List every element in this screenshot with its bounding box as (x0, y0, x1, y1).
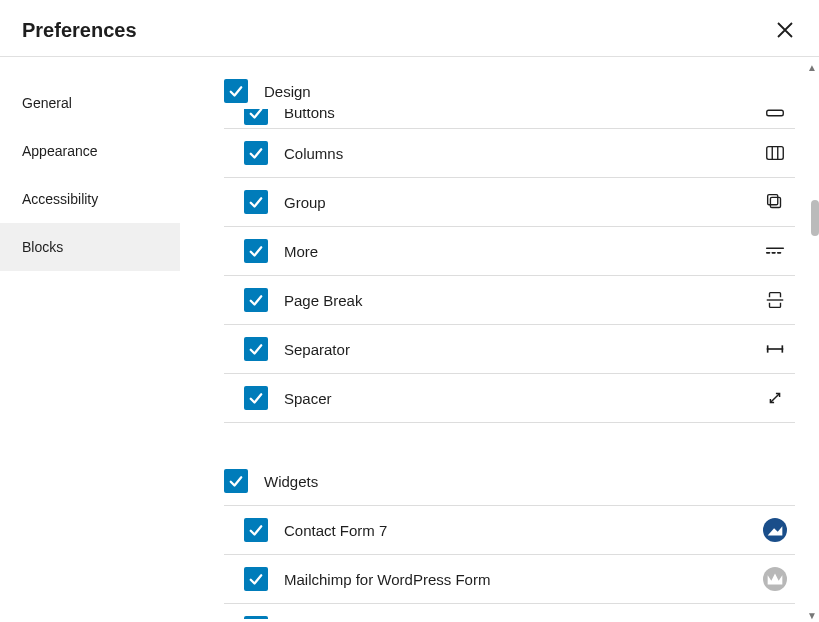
close-button[interactable] (773, 18, 797, 42)
block-mailchimp-label: Mailchimp for WordPress Form (284, 571, 747, 588)
group-icon (763, 190, 787, 214)
block-row-separator: Separator (224, 325, 795, 374)
check-icon (247, 144, 265, 162)
block-columns-label: Columns (284, 145, 747, 162)
mailchimp-icon (763, 567, 787, 591)
category-widgets-label: Widgets (264, 473, 318, 490)
modal-header: Preferences (0, 0, 819, 57)
cf7-icon (763, 518, 787, 542)
check-icon (247, 193, 265, 211)
block-row-spacer: Spacer (224, 374, 795, 423)
scroll-down-button[interactable]: ▼ (805, 608, 819, 622)
block-row-group: Group (224, 178, 795, 227)
check-icon (247, 340, 265, 358)
svg-rect-0 (767, 110, 784, 116)
block-row-buttons: Buttons (224, 109, 795, 129)
scrollbar-thumb[interactable] (811, 200, 819, 236)
block-page-break-checkbox[interactable] (244, 288, 268, 312)
check-icon (247, 521, 265, 539)
block-cf7-label: Contact Form 7 (284, 522, 747, 539)
block-spacer-label: Spacer (284, 390, 747, 407)
block-row-mailchimp: Mailchimp for WordPress Form (224, 555, 795, 604)
block-spacer-checkbox[interactable] (244, 386, 268, 410)
block-row-page-break: Page Break (224, 276, 795, 325)
separator-icon (763, 337, 787, 361)
block-row-columns: Columns (224, 129, 795, 178)
page-break-icon (763, 288, 787, 312)
category-design-checkbox[interactable] (224, 79, 248, 103)
block-columns-checkbox[interactable] (244, 141, 268, 165)
sidebar-item-general[interactable]: General (0, 79, 180, 127)
buttons-icon (763, 109, 787, 125)
block-buttons-checkbox[interactable] (244, 109, 268, 125)
check-icon (247, 570, 265, 588)
category-design-label: Design (264, 83, 311, 100)
check-icon (227, 472, 245, 490)
category-widgets-header: Widgets (224, 457, 795, 505)
scroll-up-button[interactable]: ▲ (805, 60, 819, 74)
category-design-header: Design (224, 67, 795, 115)
scrollbar: ▲ ▼ (805, 60, 819, 622)
check-icon (247, 389, 265, 407)
columns-icon (763, 141, 787, 165)
block-group-label: Group (284, 194, 747, 211)
block-separator-label: Separator (284, 341, 747, 358)
block-more-label: More (284, 243, 747, 260)
block-row-contact-form-7: Contact Form 7 (224, 505, 795, 555)
check-icon (247, 242, 265, 260)
block-buttons-label: Buttons (284, 109, 747, 121)
block-cf7-checkbox[interactable] (244, 518, 268, 542)
close-icon (773, 18, 797, 42)
check-icon (247, 291, 265, 309)
svg-rect-5 (768, 195, 778, 205)
sidebar-item-appearance[interactable]: Appearance (0, 127, 180, 175)
block-mailchimp-checkbox[interactable] (244, 567, 268, 591)
more-icon (763, 239, 787, 263)
block-group-checkbox[interactable] (244, 190, 268, 214)
block-page-break-label: Page Break (284, 292, 747, 309)
sidebar: General Appearance Accessibility Blocks (0, 57, 180, 619)
check-icon (227, 82, 245, 100)
spacer-icon (763, 386, 787, 410)
blocks-panel: Design Buttons Columns (180, 57, 819, 619)
sidebar-item-accessibility[interactable]: Accessibility (0, 175, 180, 223)
modal-title: Preferences (22, 19, 137, 42)
block-row-more: More (224, 227, 795, 276)
category-widgets-checkbox[interactable] (224, 469, 248, 493)
check-icon (247, 109, 265, 122)
block-wpforms-checkbox[interactable] (244, 616, 268, 619)
wpforms-icon (763, 616, 787, 619)
block-row-wpforms: WPForms (224, 604, 795, 619)
svg-rect-4 (770, 197, 780, 207)
block-more-checkbox[interactable] (244, 239, 268, 263)
svg-rect-1 (767, 147, 784, 160)
block-separator-checkbox[interactable] (244, 337, 268, 361)
sidebar-item-blocks[interactable]: Blocks (0, 223, 180, 271)
